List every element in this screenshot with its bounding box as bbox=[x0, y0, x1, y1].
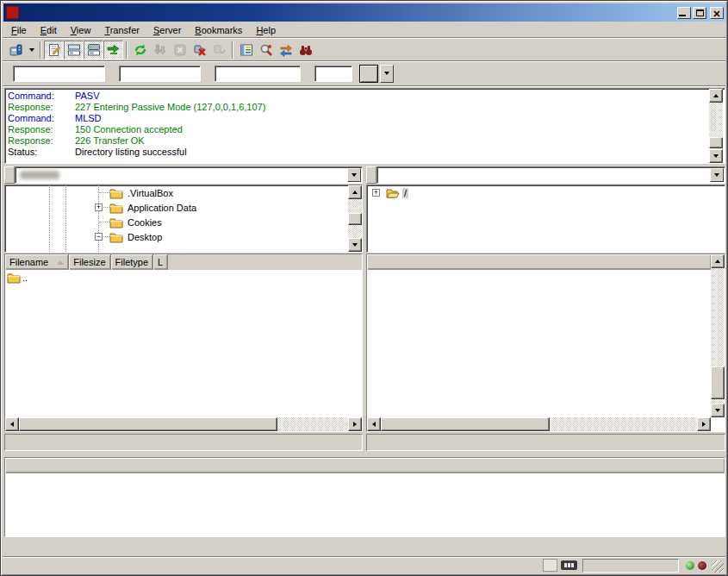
arrow-left-icon bbox=[10, 422, 14, 427]
toggle-remote-tree-button[interactable] bbox=[84, 41, 103, 59]
column-header[interactable]: Filename bbox=[5, 254, 69, 270]
directory-listing-filters-button[interactable] bbox=[236, 41, 256, 59]
toggle-local-tree-button[interactable] bbox=[64, 41, 84, 59]
tree-item[interactable]: / bbox=[367, 185, 725, 200]
tree-item[interactable]: .VirtualBox bbox=[5, 185, 362, 200]
speed-limits-icon[interactable] bbox=[561, 560, 577, 570]
password-input[interactable] bbox=[215, 66, 301, 82]
filter-icon bbox=[240, 43, 253, 57]
log-line: Command: MLSD bbox=[8, 113, 725, 124]
scroll-up-button[interactable] bbox=[709, 89, 723, 103]
menu-item[interactable]: View bbox=[64, 23, 98, 37]
scroll-thumb[interactable] bbox=[711, 366, 725, 399]
scroll-down-button[interactable] bbox=[711, 404, 725, 417]
column-header[interactable]: L bbox=[153, 254, 168, 270]
scroll-up-button[interactable] bbox=[711, 254, 725, 268]
find-files-button[interactable] bbox=[296, 41, 315, 59]
local-tree-icon bbox=[67, 43, 81, 57]
tree-connector bbox=[99, 222, 109, 222]
resize-grip[interactable] bbox=[712, 560, 724, 573]
title-bar[interactable] bbox=[3, 3, 726, 22]
remote-file-list[interactable] bbox=[366, 254, 725, 432]
scroll-left-button[interactable] bbox=[5, 417, 19, 431]
column-header[interactable]: Filesize bbox=[69, 254, 110, 270]
scroll-right-button[interactable] bbox=[697, 417, 711, 431]
remote-list-vscrollbar[interactable] bbox=[711, 254, 725, 417]
menu-item[interactable]: Server bbox=[146, 23, 188, 37]
quickconnect-bar bbox=[4, 62, 724, 85]
local-site-row bbox=[4, 166, 363, 184]
host-input[interactable] bbox=[13, 66, 105, 82]
port-input[interactable] bbox=[314, 66, 352, 82]
local-list-header: Filename Filesize Filetype L bbox=[5, 254, 362, 270]
log-scrollbar[interactable] bbox=[709, 89, 723, 163]
tree-expander[interactable] bbox=[95, 233, 103, 241]
scroll-up-button[interactable] bbox=[348, 185, 362, 199]
scroll-thumb[interactable] bbox=[709, 137, 723, 148]
redacted-username bbox=[20, 171, 59, 179]
scroll-down-button[interactable] bbox=[709, 149, 723, 163]
tree-item[interactable]: Application Data bbox=[5, 200, 362, 215]
cancel-button[interactable] bbox=[170, 41, 190, 59]
local-file-list[interactable]: Filename Filesize Filetype L bbox=[4, 254, 363, 432]
arrow-up-icon bbox=[713, 94, 719, 97]
disconnect-button[interactable] bbox=[190, 41, 209, 59]
remote-site-dropdown[interactable] bbox=[710, 168, 724, 182]
toggle-transfer-queue-button[interactable] bbox=[103, 41, 123, 59]
close-button[interactable] bbox=[710, 7, 724, 19]
file-icon bbox=[7, 271, 21, 285]
arrow-right-icon bbox=[702, 422, 706, 427]
column-header-filler bbox=[5, 458, 725, 473]
remote-directory-tree[interactable]: / bbox=[366, 185, 725, 253]
scroll-thumb[interactable] bbox=[348, 213, 362, 225]
local-site-combo[interactable] bbox=[15, 166, 363, 184]
tree-item[interactable]: Desktop bbox=[5, 229, 362, 244]
tree-connector bbox=[99, 192, 109, 193]
local-list-hscrollbar[interactable] bbox=[5, 417, 362, 431]
maximize-button[interactable] bbox=[693, 7, 706, 19]
arrow-down-icon bbox=[713, 154, 719, 158]
message-log[interactable]: Command: PASV Response: 227 Entering Pas… bbox=[4, 88, 725, 164]
local-file-rows: .. bbox=[5, 270, 362, 285]
log-line: Command: PASV bbox=[8, 91, 725, 102]
process-queue-button[interactable] bbox=[150, 41, 170, 59]
tree-expander[interactable] bbox=[95, 203, 103, 211]
toggle-message-log-button[interactable] bbox=[44, 41, 64, 59]
tree-item[interactable]: Cookies bbox=[5, 215, 362, 229]
local-status-text bbox=[4, 434, 363, 451]
quickconnect-dropdown[interactable] bbox=[380, 65, 394, 83]
local-site-dropdown[interactable] bbox=[347, 168, 361, 182]
local-directory-tree[interactable]: .VirtualBox Application Data Cookies D bbox=[4, 185, 363, 253]
remote-list-hscrollbar[interactable] bbox=[367, 417, 711, 431]
reconnect-button[interactable] bbox=[209, 41, 229, 59]
transfer-queue[interactable] bbox=[4, 457, 725, 537]
directory-comparison-button[interactable] bbox=[256, 41, 276, 59]
menu-item[interactable]: Help bbox=[249, 23, 283, 37]
site-manager-button[interactable] bbox=[6, 41, 26, 59]
local-tree-scrollbar[interactable] bbox=[348, 185, 362, 252]
menu-item[interactable]: Transfer bbox=[97, 23, 146, 37]
username-input[interactable] bbox=[119, 66, 201, 82]
menu-item[interactable]: Bookmarks bbox=[188, 23, 249, 37]
quickconnect-button[interactable] bbox=[359, 65, 378, 83]
scroll-thumb[interactable] bbox=[19, 417, 277, 431]
scroll-down-button[interactable] bbox=[348, 238, 362, 252]
menu-item[interactable]: File bbox=[4, 23, 34, 37]
synchronized-browsing-button[interactable] bbox=[276, 41, 296, 59]
comparison-icon bbox=[259, 43, 273, 57]
file-row[interactable]: .. bbox=[5, 270, 362, 285]
dropdown-arrow-icon bbox=[384, 72, 389, 75]
menu-item[interactable]: Edit bbox=[34, 23, 64, 37]
minimize-button[interactable] bbox=[677, 7, 691, 19]
scroll-right-button[interactable] bbox=[348, 417, 362, 431]
refresh-button[interactable] bbox=[130, 41, 150, 59]
tree-expander[interactable] bbox=[372, 189, 380, 197]
queue-empty-area bbox=[5, 473, 725, 536]
scroll-left-button[interactable] bbox=[367, 417, 381, 431]
cancel-icon bbox=[173, 43, 187, 57]
remote-site-combo[interactable] bbox=[376, 166, 725, 184]
column-header[interactable]: Filetype bbox=[111, 254, 154, 270]
site-manager-dropdown[interactable] bbox=[26, 41, 37, 59]
queue-header bbox=[5, 458, 725, 473]
scroll-thumb[interactable] bbox=[381, 417, 550, 431]
